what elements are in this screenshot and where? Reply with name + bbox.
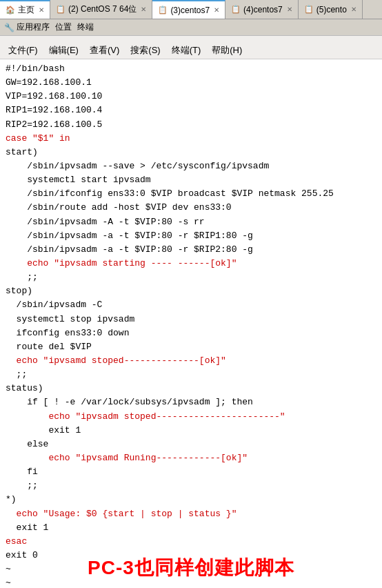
tab2-icon: 📋 [56, 5, 66, 14]
home-icon: 🏠 [6, 6, 15, 14]
tab3-icon: 📋 [158, 6, 168, 14]
terminal-label: 终端 [77, 21, 94, 33]
apps-menu-item[interactable]: 🔧 应用程序 [4, 21, 50, 33]
watermark-text: PC-3也同样创建此脚本 [88, 555, 294, 581]
apps-icon: 🔧 [4, 23, 14, 32]
tab-centos-4[interactable]: 📋 (4)centos7 ✕ [225, 0, 299, 19]
tabs-bar: 🏠 主页 ✕ 📋 (2) CentOS 7 64位 ✕ 📋 (3)centos7… [0, 0, 382, 19]
tab5-icon: 📋 [304, 5, 314, 14]
tab2-close[interactable]: ✕ [141, 6, 146, 13]
tab4-close[interactable]: ✕ [287, 6, 292, 13]
tab-centos-4-label: (4)centos7 [243, 5, 283, 14]
app-menubar: 🔧 应用程序 位置 终端 [0, 19, 382, 36]
tab-centos-2-label: (2) CentOS 7 64位 [68, 3, 137, 15]
edit-menu[interactable]: 编辑(E) [45, 43, 83, 58]
tab-centos-2[interactable]: 📋 (2) CentOS 7 64位 ✕ [50, 0, 152, 19]
location-label: 位置 [55, 21, 72, 33]
code-content: #!/bin/bash GW=192.168.100.1 VIP=192.168… [6, 62, 376, 588]
terminal-output[interactable]: #!/bin/bash GW=192.168.100.1 VIP=192.168… [0, 59, 382, 588]
apps-label: 应用程序 [17, 21, 50, 33]
terminal-area: #!/bin/bash GW=192.168.100.1 VIP=192.168… [0, 59, 382, 588]
view-menu[interactable]: 查看(V) [86, 43, 123, 58]
tab-home[interactable]: 🏠 主页 ✕ [0, 0, 50, 19]
tab4-icon: 📋 [231, 5, 241, 14]
terminal-menu[interactable]: 终端(T) [168, 43, 205, 58]
spacer [0, 36, 382, 41]
tab3-close[interactable]: ✕ [214, 6, 219, 14]
location-menu-item[interactable]: 位置 [55, 21, 72, 33]
terminal-menu-item[interactable]: 终端 [77, 21, 94, 33]
search-menu[interactable]: 搜索(S) [126, 43, 164, 58]
tab-centos-3[interactable]: 📋 (3)centos7 ✕ [152, 0, 225, 19]
tab-home-close[interactable]: ✕ [39, 6, 44, 14]
tab-home-label: 主页 [18, 4, 34, 16]
file-menu[interactable]: 文件(F) [4, 43, 42, 58]
help-menu[interactable]: 帮助(H) [208, 43, 246, 58]
tab-centos-5[interactable]: 📋 (5)cento ✕ [299, 0, 363, 19]
tab5-close[interactable]: ✕ [351, 6, 356, 13]
tab-centos-5-label: (5)cento [316, 5, 347, 14]
tab-centos-3-label: (3)centos7 [170, 6, 210, 15]
watermark-area: PC-3也同样创建此脚本 [0, 555, 382, 581]
file-menubar: 文件(F) 编辑(E) 查看(V) 搜索(S) 终端(T) 帮助(H) [0, 41, 382, 59]
